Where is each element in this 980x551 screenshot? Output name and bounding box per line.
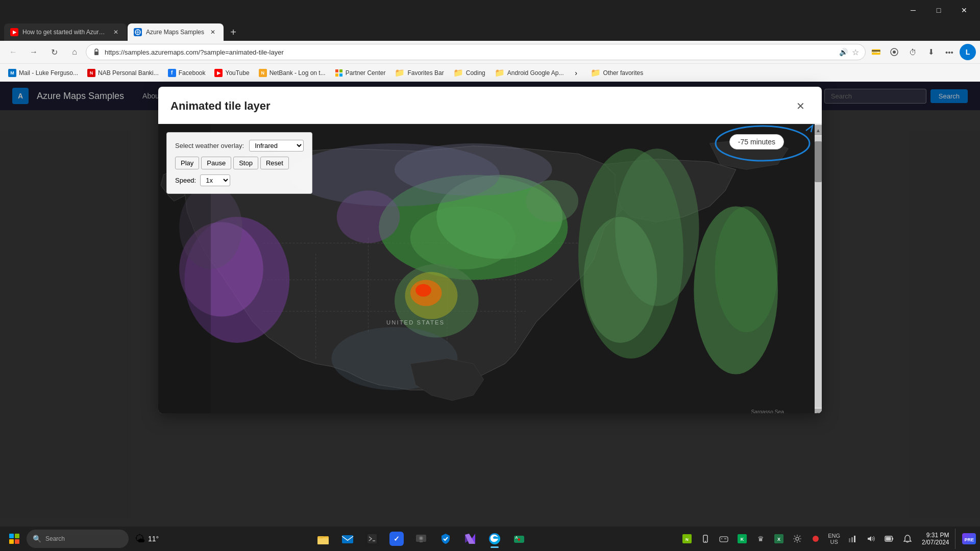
bookmark-other-favorites-label: Other favorites [603, 69, 644, 77]
svg-point-31 [395, 143, 552, 196]
title-bar: ─ □ ✕ [0, 0, 980, 20]
tab-1[interactable]: ▶ How to get started with Azure M... ✕ [4, 23, 127, 41]
bookmark-facebook[interactable]: f Facebook [164, 66, 210, 80]
taskbar-app-terminal[interactable] [361, 529, 383, 549]
window-controls: ─ □ ✕ [901, 2, 976, 18]
taskbar-right: N K ♛ X ENG US [679, 529, 976, 549]
svg-point-23 [583, 217, 657, 343]
bookmark-favbar[interactable]: 📁 Favorites Bar [390, 66, 448, 80]
overlay-select[interactable]: Infrared Radar Temperature Wind [249, 140, 304, 152]
show-desktop-button[interactable] [955, 529, 959, 549]
downloads-button[interactable]: ⬇ [923, 44, 939, 60]
mail-icon [340, 532, 355, 546]
more-button[interactable]: ••• [941, 44, 958, 60]
taskbar-app-snip[interactable] [410, 529, 432, 549]
bookmark-youtube[interactable]: ▶ YouTube [210, 66, 253, 80]
bookmark-coding[interactable]: 📁 Coding [449, 66, 489, 80]
game-icon: ♥A [512, 532, 526, 546]
taskbar-app-todo[interactable]: ✓ [385, 529, 408, 549]
new-tab-button[interactable]: + [225, 23, 242, 41]
svg-rect-6 [335, 73, 338, 77]
tab-2[interactable]: Azure Maps Samples ✕ [128, 23, 224, 41]
start-sq-2 [15, 534, 19, 538]
taskbar-app-security[interactable] [434, 529, 457, 549]
favorites-button[interactable]: ☆ [852, 47, 859, 57]
tab-bar: ▶ How to get started with Azure M... ✕ A… [0, 20, 980, 41]
taskbar-app-game[interactable]: ♥A [508, 529, 530, 549]
taskbar-app-files[interactable] [312, 529, 334, 549]
profile-button[interactable]: L [960, 44, 976, 60]
bookmark-nab[interactable]: N NAB Personal Banki... [83, 66, 163, 80]
refresh-button[interactable]: ↻ [45, 43, 63, 61]
taskbar-app-vs[interactable] [459, 529, 481, 549]
bookmark-other-favorites[interactable]: 📁 Other favorites [586, 66, 648, 80]
read-aloud-button[interactable]: 🔊 [839, 48, 848, 56]
lock-icon [92, 48, 101, 56]
weather-widget[interactable]: 🌤 11° [131, 529, 163, 549]
bookmark-facebook-label: Facebook [179, 69, 206, 77]
tray-notifications[interactable] [899, 531, 916, 547]
tray-battery[interactable] [881, 531, 897, 547]
tray-spreadsheet[interactable]: X [771, 531, 787, 547]
bookmark-mail[interactable]: M Mail - Luke Ferguso... [4, 66, 82, 80]
scroll-thumb[interactable] [815, 141, 822, 182]
tab-2-close[interactable]: ✕ [208, 28, 217, 37]
maximize-button[interactable]: □ [927, 2, 950, 18]
extensions-button[interactable] [886, 44, 902, 60]
history-button[interactable]: ⏱ [904, 44, 921, 60]
security-icon [438, 532, 453, 546]
map-background: UNITED STATES Sargasso Sea... Select wea… [158, 124, 815, 413]
bookmark-partner[interactable]: Partner Center [331, 66, 390, 80]
modal-overlay: Animated tile layer ✕ [0, 82, 980, 531]
start-button[interactable] [4, 529, 24, 549]
pre-badge[interactable]: PRE [962, 533, 976, 544]
taskbar-app-edge[interactable] [483, 529, 506, 549]
bookmark-android[interactable]: 📁 Android Google Ap... [491, 66, 568, 80]
tab-2-title: Azure Maps Samples [146, 29, 204, 36]
modal-close-button[interactable]: ✕ [791, 97, 810, 115]
language-selector[interactable]: ENG US [826, 533, 842, 545]
pre-badge-label: PRE [964, 537, 974, 542]
svg-text:Sargasso Sea...: Sargasso Sea... [751, 409, 789, 413]
taskbar-search[interactable]: 🔍 Search [27, 530, 129, 548]
scroll-up-button[interactable]: ▲ [815, 125, 822, 135]
tab-1-close[interactable]: ✕ [111, 28, 120, 37]
clock[interactable]: 9:31 PM 2/07/2024 [918, 530, 953, 548]
home-button[interactable]: ⌂ [65, 43, 84, 61]
bookmarks-more-button[interactable]: › [569, 66, 583, 80]
taskbar-app-mail[interactable] [336, 529, 359, 549]
tray-settings[interactable] [789, 531, 805, 547]
tab-2-favicon [134, 28, 142, 36]
svg-text:X: X [777, 537, 780, 542]
speed-select[interactable]: 0.5x 1x 2x 4x [200, 174, 230, 186]
tray-network[interactable] [844, 531, 861, 547]
time-badge: -75 minutes [729, 134, 784, 149]
tray-nvidia[interactable]: N [679, 531, 695, 547]
svg-point-47 [420, 537, 422, 539]
taskbar: 🔍 Search 🌤 11° ✓ [0, 527, 980, 551]
bookmark-facebook-icon: f [168, 69, 176, 77]
tray-phone[interactable] [697, 531, 714, 547]
scroll-down-button[interactable]: ▼ [815, 409, 822, 413]
vs-icon [463, 532, 477, 546]
svg-rect-4 [335, 69, 338, 72]
bookmarks-bar: M Mail - Luke Ferguso... N NAB Personal … [0, 63, 980, 82]
back-button[interactable]: ← [4, 43, 22, 61]
close-button[interactable]: ✕ [952, 2, 976, 18]
minimize-button[interactable]: ─ [901, 2, 925, 18]
tray-game[interactable] [716, 531, 732, 547]
wallet-icon-button[interactable]: 💳 [868, 44, 884, 60]
address-bar[interactable]: https://samples.azuremaps.com/?sample=an… [86, 44, 866, 60]
bookmark-netbank-label: NetBank - Log on t... [270, 69, 326, 77]
language-label: ENG [828, 533, 840, 539]
stop-button[interactable]: Stop [233, 157, 258, 169]
forward-button[interactable]: → [24, 43, 43, 61]
play-button[interactable]: Play [175, 157, 199, 169]
tray-crown[interactable]: ♛ [752, 531, 769, 547]
bookmark-netbank[interactable]: N NetBank - Log on t... [255, 66, 330, 80]
tray-red-indicator[interactable] [807, 531, 824, 547]
tray-kaspersky[interactable]: K [734, 531, 750, 547]
reset-button[interactable]: Reset [260, 157, 289, 169]
tray-volume[interactable] [863, 531, 879, 547]
pause-button[interactable]: Pause [201, 157, 231, 169]
